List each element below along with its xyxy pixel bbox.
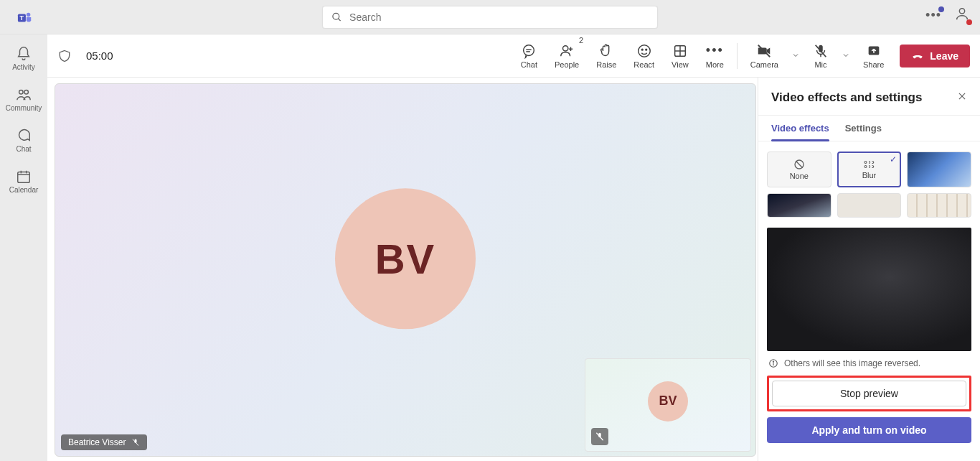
rail-calendar[interactable]: Calendar: [0, 166, 47, 197]
effect-background-2[interactable]: [767, 193, 831, 218]
toolbar-label: More: [706, 60, 724, 69]
participant-name: Beatrice Visser: [68, 437, 126, 447]
toolbar-label: React: [633, 60, 654, 69]
mic-off-icon: [813, 43, 829, 59]
stop-preview-button[interactable]: Stop preview: [772, 381, 966, 406]
toolbar-label: Mic: [814, 60, 826, 69]
profile-button[interactable]: [954, 6, 970, 24]
svg-point-5: [959, 9, 964, 14]
rail-activity[interactable]: Activity: [0, 43, 47, 74]
chat-icon: [16, 128, 32, 144]
svg-text:T: T: [20, 14, 24, 22]
tab-video-effects[interactable]: Video effects: [771, 123, 829, 141]
leave-button[interactable]: Leave: [900, 45, 970, 67]
hand-icon: [598, 43, 614, 59]
svg-point-7: [24, 90, 28, 94]
status-dot: [966, 19, 972, 25]
self-avatar: BV: [648, 381, 688, 422]
effect-preview: [767, 228, 971, 351]
self-initials: BV: [659, 394, 677, 409]
toolbar-chat[interactable]: Chat: [512, 34, 546, 77]
participant-name-pill: Beatrice Visser: [61, 434, 147, 450]
share-screen-icon: [866, 43, 882, 59]
mic-muted-icon: [595, 432, 605, 442]
self-video-tile[interactable]: BV: [585, 358, 751, 452]
teams-logo-icon: T: [17, 10, 33, 29]
notification-dot: [938, 6, 944, 12]
people-icon: [16, 87, 32, 103]
toolbar-people[interactable]: People 2: [546, 34, 588, 77]
search-input[interactable]: [349, 11, 649, 23]
svg-rect-8: [18, 172, 30, 183]
effect-background-3[interactable]: [837, 193, 902, 218]
effect-blur[interactable]: ✓ Blur: [837, 152, 902, 187]
svg-line-4: [338, 18, 340, 20]
avatar-initials: BV: [375, 235, 436, 283]
effect-background-4[interactable]: [907, 193, 971, 218]
camera-off-icon: [755, 43, 773, 59]
tab-settings[interactable]: Settings: [845, 123, 882, 141]
rail-community[interactable]: Community: [0, 84, 47, 115]
svg-point-15: [563, 45, 568, 50]
effect-background-1[interactable]: [907, 152, 971, 187]
toolbar-label: Chat: [521, 60, 537, 69]
rail-chat[interactable]: Chat: [0, 125, 47, 156]
chat-bubble-icon: [521, 43, 537, 59]
svg-point-37: [864, 162, 867, 164]
effect-label: Blur: [862, 171, 877, 180]
effect-label: None: [790, 172, 809, 180]
rail-label: Chat: [16, 145, 31, 153]
person-add-icon: [559, 43, 575, 59]
info-text: Others will see this image reversed.: [784, 358, 920, 368]
shield-icon[interactable]: [57, 49, 72, 63]
svg-point-12: [524, 45, 534, 55]
separator: [737, 43, 738, 69]
toolbar-more[interactable]: ••• More: [697, 34, 732, 77]
chevron-down-icon: [842, 51, 850, 60]
toolbar-share[interactable]: Share: [854, 34, 892, 77]
chevron-down-icon: [791, 51, 800, 60]
app-rail: Activity Community Chat Calendar: [0, 34, 47, 461]
grid-icon: [672, 43, 688, 59]
rail-label: Activity: [12, 63, 35, 71]
meeting-region: 05:00 Chat People 2 Raise React Vi: [47, 34, 980, 461]
toolbar-react[interactable]: React: [625, 34, 663, 77]
apply-button[interactable]: Apply and turn on video: [767, 417, 971, 443]
toolbar-view[interactable]: View: [663, 34, 697, 77]
none-icon: [793, 159, 805, 170]
rail-label: Calendar: [9, 186, 39, 194]
close-icon: [957, 91, 967, 101]
highlight-box: Stop preview: [767, 376, 971, 411]
emoji-icon: [636, 43, 652, 59]
toolbar-label: Camera: [750, 60, 778, 69]
mic-menu-chevron[interactable]: [837, 50, 854, 62]
svg-point-20: [646, 49, 647, 50]
svg-point-3: [333, 13, 339, 19]
toolbar-mic[interactable]: Mic: [804, 43, 837, 69]
close-panel-button[interactable]: [957, 91, 967, 104]
panel-title: Video effects and settings: [771, 90, 922, 105]
svg-point-19: [641, 49, 643, 50]
rail-label: Community: [6, 104, 42, 112]
toolbar-camera[interactable]: Camera: [742, 43, 787, 69]
more-options-icon[interactable]: •••: [925, 8, 941, 23]
button-label: Apply and turn on video: [811, 424, 926, 436]
video-effects-panel: Video effects and settings Video effects…: [758, 78, 980, 461]
meeting-toolbar: 05:00 Chat People 2 Raise React Vi: [47, 34, 980, 78]
toolbar-label: View: [672, 60, 689, 69]
svg-line-36: [796, 161, 802, 167]
toolbar-raise[interactable]: Raise: [588, 34, 625, 77]
people-count: 2: [579, 36, 583, 45]
mic-muted-icon: [131, 438, 140, 447]
effects-grid: None ✓ Blur: [758, 141, 980, 228]
svg-point-41: [773, 361, 773, 362]
search-box[interactable]: [322, 6, 658, 29]
button-label: Stop preview: [840, 388, 898, 399]
search-icon: [331, 11, 342, 23]
leave-label: Leave: [930, 50, 958, 62]
hangup-icon: [911, 50, 924, 62]
svg-point-18: [638, 45, 650, 57]
effect-none[interactable]: None: [767, 152, 831, 187]
camera-menu-chevron[interactable]: [787, 50, 804, 62]
svg-point-6: [19, 90, 23, 94]
